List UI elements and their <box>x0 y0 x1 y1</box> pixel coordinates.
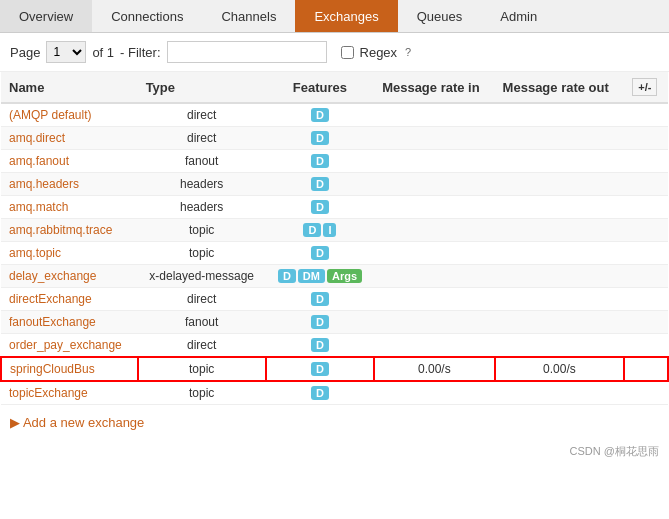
table-header-row: Name Type Features Message rate in Messa… <box>1 72 668 103</box>
feature-badge: D <box>311 108 329 122</box>
cell-features: D <box>266 103 374 127</box>
cell-action <box>624 357 668 381</box>
feature-badge: Args <box>327 269 362 283</box>
help-icon[interactable]: ? <box>405 46 411 58</box>
cell-name: springCloudBus <box>1 357 138 381</box>
exchange-name-link[interactable]: order_pay_exchange <box>9 338 122 352</box>
exchange-name-link[interactable]: (AMQP default) <box>9 108 91 122</box>
cell-name: amq.direct <box>1 127 138 150</box>
footer: CSDN @桐花思雨 <box>0 440 669 463</box>
cell-action <box>624 288 668 311</box>
exchange-name-link[interactable]: amq.fanout <box>9 154 69 168</box>
cell-features: DI <box>266 219 374 242</box>
table-row: amq.topictopicD <box>1 242 668 265</box>
cell-type: topic <box>138 357 266 381</box>
footer-text: CSDN @桐花思雨 <box>570 445 659 457</box>
cell-features: D <box>266 288 374 311</box>
cell-rate-out <box>495 150 625 173</box>
tab-overview[interactable]: Overview <box>0 0 92 32</box>
cell-name: topicExchange <box>1 381 138 405</box>
cell-rate-out <box>495 265 625 288</box>
exchange-name-link[interactable]: amq.headers <box>9 177 79 191</box>
exchange-name-link[interactable]: delay_exchange <box>9 269 96 283</box>
feature-badge: D <box>311 131 329 145</box>
cell-type: direct <box>138 103 266 127</box>
cell-features: D <box>266 150 374 173</box>
tab-exchanges[interactable]: Exchanges <box>295 0 397 32</box>
feature-badge: D <box>303 223 321 237</box>
cell-features: D <box>266 242 374 265</box>
col-header-rate-in: Message rate in <box>374 72 494 103</box>
exchange-name-link[interactable]: springCloudBus <box>10 362 95 376</box>
cell-rate-out <box>495 219 625 242</box>
tab-channels[interactable]: Channels <box>202 0 295 32</box>
cell-type: fanout <box>138 311 266 334</box>
filter-input[interactable] <box>167 41 327 63</box>
exchange-name-link[interactable]: amq.match <box>9 200 68 214</box>
cell-rate-in <box>374 103 494 127</box>
tab-queues[interactable]: Queues <box>398 0 482 32</box>
cell-rate-out <box>495 173 625 196</box>
cell-type: direct <box>138 288 266 311</box>
table-row: springCloudBustopicD0.00/s0.00/s <box>1 357 668 381</box>
regex-checkbox[interactable] <box>341 46 354 59</box>
cell-action <box>624 265 668 288</box>
exchanges-table-container: Name Type Features Message rate in Messa… <box>0 72 669 405</box>
cell-features: D <box>266 311 374 334</box>
table-row: amq.directdirectD <box>1 127 668 150</box>
feature-badge: D <box>311 200 329 214</box>
feature-badge: D <box>311 292 329 306</box>
cell-features: D <box>266 173 374 196</box>
tab-admin[interactable]: Admin <box>481 0 556 32</box>
regex-label: Regex <box>360 45 398 60</box>
col-header-name: Name <box>1 72 138 103</box>
add-new-label: Add a new exchange <box>23 415 144 430</box>
col-header-plusminus: +/- <box>624 72 668 103</box>
exchange-name-link[interactable]: amq.rabbitmq.trace <box>9 223 112 237</box>
cell-rate-out: 0.00/s <box>495 357 625 381</box>
plus-minus-button[interactable]: +/- <box>632 78 657 96</box>
cell-action <box>624 103 668 127</box>
tab-connections[interactable]: Connections <box>92 0 202 32</box>
cell-action <box>624 242 668 265</box>
cell-action <box>624 173 668 196</box>
exchange-name-link[interactable]: amq.topic <box>9 246 61 260</box>
cell-rate-out <box>495 381 625 405</box>
cell-type: topic <box>138 381 266 405</box>
table-row: topicExchangetopicD <box>1 381 668 405</box>
cell-name: (AMQP default) <box>1 103 138 127</box>
exchange-name-link[interactable]: topicExchange <box>9 386 88 400</box>
table-row: amq.rabbitmq.tracetopicDI <box>1 219 668 242</box>
nav-tabs: Overview Connections Channels Exchanges … <box>0 0 669 33</box>
cell-rate-in <box>374 265 494 288</box>
feature-badge: I <box>323 223 336 237</box>
table-row: (AMQP default)directD <box>1 103 668 127</box>
cell-rate-in <box>374 127 494 150</box>
cell-rate-out <box>495 103 625 127</box>
table-row: amq.matchheadersD <box>1 196 668 219</box>
cell-action <box>624 127 668 150</box>
table-row: delay_exchangex-delayed-messageDDMArgs <box>1 265 668 288</box>
feature-badge: D <box>311 154 329 168</box>
cell-rate-out <box>495 311 625 334</box>
col-header-features: Features <box>266 72 374 103</box>
exchange-name-link[interactable]: amq.direct <box>9 131 65 145</box>
cell-rate-in <box>374 173 494 196</box>
cell-name: amq.rabbitmq.trace <box>1 219 138 242</box>
table-row: directExchangedirectD <box>1 288 668 311</box>
cell-features: D <box>266 381 374 405</box>
cell-name: fanoutExchange <box>1 311 138 334</box>
feature-badge: DM <box>298 269 325 283</box>
feature-badge: D <box>311 177 329 191</box>
exchange-name-link[interactable]: fanoutExchange <box>9 315 96 329</box>
cell-features: D <box>266 357 374 381</box>
cell-rate-out <box>495 196 625 219</box>
add-icon: ▶ <box>10 415 20 430</box>
cell-type: fanout <box>138 150 266 173</box>
cell-features: DDMArgs <box>266 265 374 288</box>
cell-name: amq.topic <box>1 242 138 265</box>
page-select[interactable]: 1 <box>46 41 86 63</box>
exchanges-table: Name Type Features Message rate in Messa… <box>0 72 669 405</box>
add-new-exchange[interactable]: ▶ Add a new exchange <box>0 405 669 440</box>
exchange-name-link[interactable]: directExchange <box>9 292 92 306</box>
